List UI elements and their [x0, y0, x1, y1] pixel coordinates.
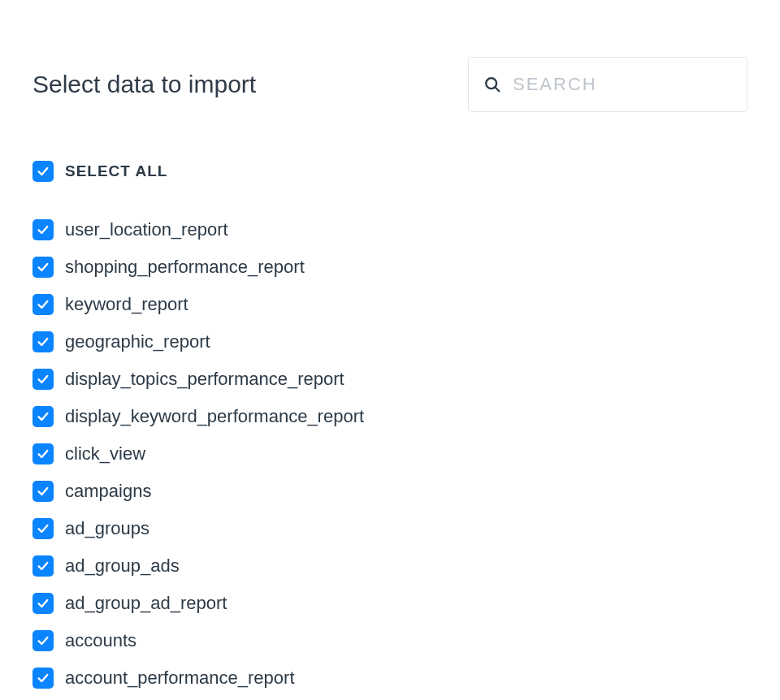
item-checkbox[interactable]	[32, 294, 54, 315]
item-checkbox[interactable]	[32, 555, 54, 577]
check-icon	[37, 298, 50, 311]
list-item[interactable]: geographic_report	[32, 323, 748, 361]
item-checkbox[interactable]	[32, 331, 54, 352]
check-icon	[37, 410, 50, 423]
search-input[interactable]	[511, 73, 732, 96]
item-checkbox[interactable]	[32, 481, 54, 502]
check-icon	[37, 522, 50, 535]
svg-line-1	[495, 87, 499, 91]
list-item[interactable]: display_keyword_performance_report	[32, 398, 748, 435]
item-label: shopping_performance_report	[65, 257, 305, 278]
search-field[interactable]	[468, 57, 748, 112]
data-item-list: user_location_report shopping_performanc…	[32, 211, 748, 697]
check-icon	[37, 634, 50, 647]
check-icon	[37, 447, 50, 460]
item-label: ad_groups	[65, 518, 150, 539]
list-item[interactable]: campaigns	[32, 473, 748, 510]
select-all-checkbox[interactable]	[32, 161, 54, 182]
check-icon	[37, 485, 50, 498]
list-item[interactable]: keyword_report	[32, 286, 748, 323]
check-icon	[37, 597, 50, 610]
item-checkbox[interactable]	[32, 369, 54, 390]
item-checkbox[interactable]	[32, 668, 54, 689]
check-icon	[37, 672, 50, 685]
item-label: account_performance_report	[65, 668, 295, 689]
item-checkbox[interactable]	[32, 219, 54, 240]
item-label: accounts	[65, 630, 136, 651]
select-all-label: SELECT ALL	[65, 162, 167, 180]
list-item[interactable]: ad_group_ad_report	[32, 585, 748, 622]
check-icon	[37, 560, 50, 573]
list-item[interactable]: account_performance_report	[32, 659, 748, 697]
list-item[interactable]: accounts	[32, 622, 748, 659]
item-label: display_keyword_performance_report	[65, 406, 364, 427]
check-icon	[37, 335, 50, 348]
list-item[interactable]: ad_group_ads	[32, 547, 748, 585]
item-label: geographic_report	[65, 331, 210, 352]
search-icon	[483, 76, 501, 93]
item-label: user_location_report	[65, 219, 228, 240]
item-label: click_view	[65, 443, 145, 465]
page-title: Select data to import	[32, 71, 256, 98]
header-row: Select data to import	[32, 57, 748, 112]
item-checkbox[interactable]	[32, 443, 54, 465]
item-checkbox[interactable]	[32, 630, 54, 651]
list-item[interactable]: click_view	[32, 435, 748, 473]
item-label: display_topics_performance_report	[65, 369, 344, 390]
item-checkbox[interactable]	[32, 257, 54, 278]
item-label: keyword_report	[65, 294, 188, 315]
item-checkbox[interactable]	[32, 406, 54, 427]
item-checkbox[interactable]	[32, 593, 54, 614]
list-item[interactable]: display_topics_performance_report	[32, 361, 748, 398]
item-checkbox[interactable]	[32, 518, 54, 539]
item-label: ad_group_ads	[65, 555, 180, 577]
select-all-row[interactable]: SELECT ALL	[32, 161, 748, 182]
check-icon	[37, 223, 50, 236]
list-item[interactable]: shopping_performance_report	[32, 248, 748, 286]
item-label: campaigns	[65, 481, 151, 502]
item-label: ad_group_ad_report	[65, 593, 227, 614]
list-item[interactable]: user_location_report	[32, 211, 748, 248]
check-icon	[37, 373, 50, 386]
check-icon	[37, 261, 50, 274]
list-item[interactable]: ad_groups	[32, 510, 748, 547]
check-icon	[37, 165, 50, 178]
